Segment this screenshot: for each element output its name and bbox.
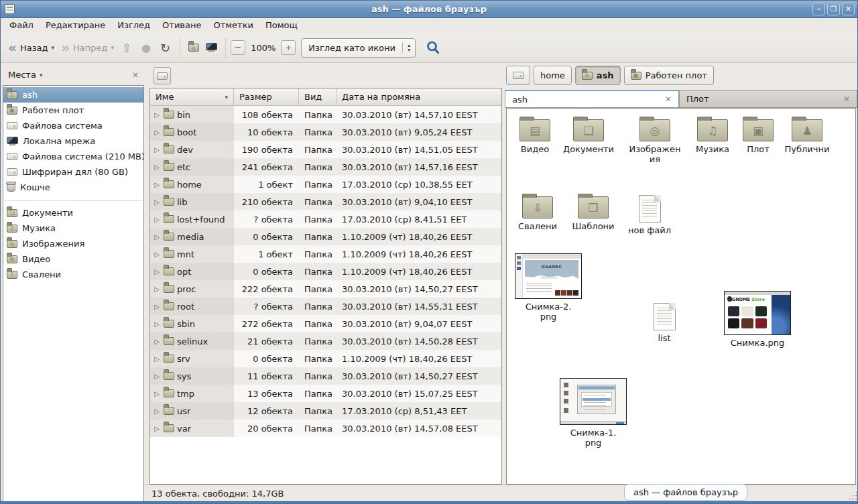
home-button[interactable]: ⌂	[185, 41, 202, 54]
sidebar-mode-dropdown-icon[interactable]: ▾	[40, 72, 43, 78]
back-button[interactable]: « Назад ▾	[5, 39, 58, 56]
reload-button[interactable]: ↻	[156, 40, 175, 56]
sidebar-item-5[interactable]: Шифриран дял (80 GB)	[3, 164, 143, 180]
icon-view-item[interactable]: ◎Изображения	[627, 115, 683, 165]
tab-close-icon[interactable]: ✕	[658, 94, 672, 104]
icon-view-item[interactable]: ⇩Свалени	[509, 192, 566, 231]
close-button[interactable]: ✕	[842, 3, 855, 15]
icon-view-item[interactable]: ❏Документи	[560, 115, 617, 154]
forward-button[interactable]: » Напред ▾	[58, 39, 117, 56]
sidebar-bookmark-4[interactable]: ⇩Свалени	[3, 267, 143, 282]
back-dropdown-icon[interactable]: ▾	[52, 44, 55, 51]
table-row[interactable]: ▷boot10 обектаПапка30.03.2010 (вт) 9,05,…	[150, 123, 501, 141]
path-button-Работен плот[interactable]: ▣Работен плот	[624, 66, 714, 85]
icon-view-item[interactable]: list	[636, 300, 692, 343]
maximize-button[interactable]: ❐	[827, 3, 840, 15]
view-mode-select[interactable]: Изглед като икони ▴▾	[301, 38, 416, 58]
sidebar-item-1[interactable]: ▣Работен плот	[3, 103, 143, 118]
table-row[interactable]: ▷usr12 обектаПапка17.03.2010 (ср) 8,51,4…	[150, 402, 501, 420]
table-row[interactable]: ▷proc222 обектаПапка30.03.2010 (вт) 14,5…	[150, 280, 501, 298]
icon-view-item[interactable]: нов файл	[621, 192, 678, 235]
expander-icon[interactable]: ▷	[153, 146, 161, 153]
table-row[interactable]: ▷var20 обектаПапка30.03.2010 (вт) 14,57,…	[150, 420, 501, 437]
table-row[interactable]: ▷srv0 обектаПапка1.10.2009 (чт) 18,40,26…	[150, 350, 501, 367]
icon-view-item[interactable]: Снимка-1.png	[560, 378, 627, 448]
zoom-in-button[interactable]: ＋	[281, 40, 296, 55]
sidebar-item-4[interactable]: Файлова система (210 MB)	[3, 149, 143, 164]
tab-close-icon[interactable]: ✕	[837, 94, 850, 104]
table-row[interactable]: ▷opt0 обектаПапка1.10.2009 (чт) 18,40,26…	[150, 263, 501, 280]
column-header-1[interactable]: Размер	[234, 88, 299, 105]
icon-view-item[interactable]: ▣Плот	[730, 115, 786, 154]
expander-icon[interactable]: ▷	[153, 251, 161, 258]
expander-icon[interactable]: ▷	[153, 407, 161, 415]
table-row[interactable]: ▷lib210 обектаПапка30.03.2010 (вт) 9,04,…	[150, 193, 501, 210]
icon-view-item[interactable]: ♟Публични	[779, 115, 835, 154]
expander-icon[interactable]: ▷	[153, 390, 161, 397]
sidebar-item-3[interactable]: Локална мрежа	[3, 133, 143, 149]
sidebar-bookmark-3[interactable]: ▤Видео	[3, 251, 143, 267]
expander-icon[interactable]: ▷	[153, 198, 161, 206]
table-row[interactable]: ▷selinux21 обектаПапка30.03.2010 (вт) 14…	[150, 332, 501, 350]
expander-icon[interactable]: ▷	[153, 338, 161, 345]
icon-view-item[interactable]: ▤Видео	[507, 115, 563, 154]
resize-grip[interactable]	[848, 491, 857, 500]
sidebar-item-6[interactable]: Кошче	[3, 180, 143, 195]
table-row[interactable]: ▷bin108 обектаПапка30.03.2010 (вт) 14,57…	[150, 106, 501, 123]
column-header-3[interactable]: Дата на промяна	[336, 88, 501, 105]
expander-icon[interactable]: ▷	[153, 164, 161, 171]
table-row[interactable]: ▷dev190 обектаПапка30.03.2010 (вт) 14,51…	[150, 141, 501, 158]
menu-item-3[interactable]: Отиване	[156, 18, 207, 33]
column-header-0[interactable]: Име▾	[150, 88, 234, 105]
menu-item-1[interactable]: Редактиране	[40, 18, 111, 33]
expander-icon[interactable]: ▷	[153, 355, 161, 363]
menu-item-5[interactable]: Помощ	[259, 18, 304, 33]
icon-view-item[interactable]: GUADECСнимка-2.png	[515, 253, 582, 322]
path-button-root[interactable]	[506, 66, 530, 85]
expander-icon[interactable]: ▷	[153, 268, 161, 275]
sidebar-bookmark-1[interactable]: ♫Музика	[3, 220, 143, 236]
menu-item-4[interactable]: Отметки	[207, 18, 259, 33]
table-row[interactable]: ▷tmp13 обектаПапка30.03.2010 (вт) 15,07,…	[150, 385, 501, 402]
table-row[interactable]: ▷lost+found? обектаПапка17.03.2010 (ср) …	[150, 210, 501, 228]
tab-Плот[interactable]: Плот✕	[679, 90, 857, 108]
sidebar-bookmark-0[interactable]: ❏Документи	[3, 205, 143, 220]
search-button[interactable]	[422, 38, 444, 58]
table-row[interactable]: ▷root? обектаПапка30.03.2010 (вт) 14,55,…	[150, 298, 501, 315]
computer-button[interactable]	[202, 40, 221, 55]
expander-icon[interactable]: ▷	[153, 425, 161, 432]
expander-icon[interactable]: ▷	[153, 233, 161, 241]
column-header-2[interactable]: Вид	[299, 88, 336, 105]
table-row[interactable]: ▷sbin272 обектаПапка30.03.2010 (вт) 9,04…	[150, 315, 501, 332]
expander-icon[interactable]: ▷	[153, 320, 161, 328]
table-row[interactable]: ▷mnt1 обектПапка1.10.2009 (чт) 18,40,26 …	[150, 245, 501, 263]
up-button[interactable]: ⇧	[117, 40, 137, 56]
tree-root-button[interactable]	[154, 67, 171, 84]
icon-view-item[interactable]: GNOME StoreСнимка.png	[724, 291, 791, 348]
expander-icon[interactable]: ▷	[153, 111, 161, 119]
expander-icon[interactable]: ▷	[153, 181, 161, 188]
sidebar-bookmark-2[interactable]: ◎Изображения	[3, 236, 143, 251]
expander-icon[interactable]: ▷	[153, 286, 161, 293]
forward-dropdown-icon[interactable]: ▾	[111, 44, 114, 51]
expander-icon[interactable]: ▷	[153, 216, 161, 223]
icon-view-item[interactable]: ❒Шаблони	[565, 192, 621, 231]
sidebar-item-0[interactable]: ⌂ash	[3, 87, 143, 103]
table-row[interactable]: ▷etc241 обектаПапка30.03.2010 (вт) 14,57…	[150, 158, 501, 176]
expander-icon[interactable]: ▷	[153, 373, 161, 380]
expander-icon[interactable]: ▷	[153, 303, 161, 310]
table-row[interactable]: ▷sys11 обектаПапка30.03.2010 (вт) 14,50,…	[150, 367, 501, 385]
menu-item-0[interactable]: Файл	[3, 18, 40, 33]
stop-button[interactable]: ●	[137, 40, 156, 56]
path-button-ash[interactable]: ⌂ash	[575, 66, 621, 85]
sidebar-close-icon[interactable]: ✕	[132, 70, 139, 80]
zoom-out-button[interactable]: −	[231, 40, 245, 55]
path-button-home[interactable]: home	[534, 66, 572, 85]
table-row[interactable]: ▷media0 обектаПапка1.10.2009 (чт) 18,40,…	[150, 228, 501, 245]
table-row[interactable]: ▷home1 обектПапка17.03.2010 (ср) 10,38,5…	[150, 176, 501, 193]
tab-ash[interactable]: ash✕	[505, 90, 679, 108]
titlebar[interactable]: ash — файлов браузър –❐✕	[1, 1, 857, 18]
sidebar-title[interactable]: Места	[8, 70, 36, 80]
menu-item-2[interactable]: Изглед	[111, 18, 156, 33]
minimize-button[interactable]: –	[812, 3, 825, 15]
